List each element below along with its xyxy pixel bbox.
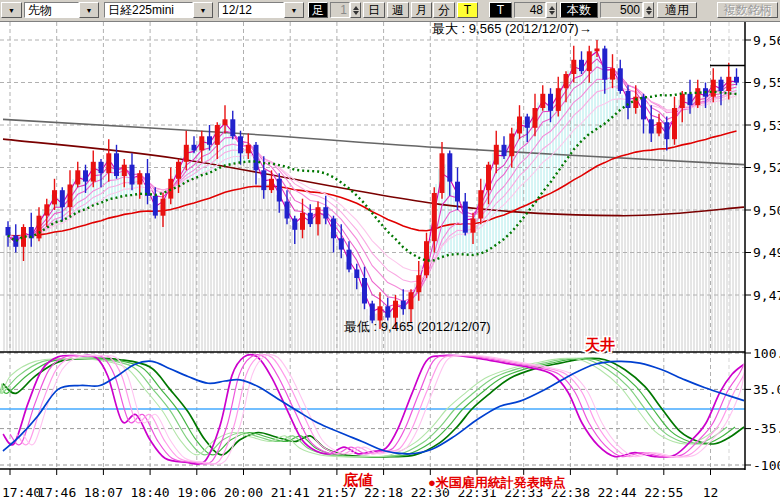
ashi-label: 足 — [308, 2, 328, 18]
time-axis-label: 17:40 — [2, 485, 41, 500]
oscillator-panel — [0, 355, 745, 464]
slow-ma-layer — [3, 119, 744, 236]
time-axis-label: 17:46 — [37, 485, 76, 500]
time-axis-label: 12 — [703, 485, 719, 500]
t-parameter-label: T — [489, 2, 512, 18]
chart-app-window: { "toolbar": { "window_dropdown_icon": "… — [0, 0, 780, 500]
apply-button[interactable]: 適用 — [657, 2, 697, 18]
period-weekly-button[interactable]: 週 — [387, 2, 409, 18]
price-tick-label: 9,505 — [753, 203, 780, 218]
time-axis-label: 18:07 — [84, 485, 123, 500]
period-daily-button[interactable]: 日 — [363, 2, 385, 18]
window-list-dropdown-button[interactable]: ▼ — [1, 2, 22, 18]
interval-spinner[interactable] — [350, 2, 361, 18]
time-axis-label: 20:00 — [224, 485, 263, 500]
interval-value-field[interactable]: 1 — [330, 2, 350, 18]
time-axis-label: 19:06 — [177, 485, 216, 500]
time-axis-label: 21:41 — [271, 485, 310, 500]
t-value-field[interactable]: 48 — [514, 2, 546, 18]
max-price-annotation: 最大 : 9,565 (2012/12/07)→ — [432, 21, 592, 36]
bar-count-label: 本数 — [560, 2, 598, 18]
time-axis-label: 22:44 — [598, 485, 637, 500]
spin-up-icon — [353, 6, 359, 10]
chevron-down-icon: ▼ — [86, 7, 93, 14]
time-axis-label: 18:40 — [131, 485, 170, 500]
price-tick-label: 9,520 — [753, 160, 780, 175]
toolbar: ▼ 先物 ▼ 日経225mini ▼ 12/12 ▼ 足 1 日 週 月 分 T… — [0, 0, 780, 22]
bottom-annotation: 底値 — [342, 471, 373, 488]
market-select-dropdown-button[interactable]: ▼ — [79, 2, 99, 18]
period-minute-button[interactable]: 分 — [433, 2, 455, 18]
green-dotted-ma — [8, 92, 737, 261]
candlesticks — [6, 40, 740, 329]
period-monthly-button[interactable]: 月 — [411, 2, 432, 18]
osc-tick-label: -35.00 — [753, 421, 780, 436]
time-axis-label: 22:55 — [644, 485, 683, 500]
osc-tick-label: 35.00 — [753, 382, 780, 397]
market-select[interactable]: 先物 — [24, 2, 79, 18]
tick-mode-button[interactable]: T — [457, 2, 478, 18]
chevron-down-icon: ▼ — [291, 7, 298, 14]
price-tick-label: 9,490 — [753, 245, 780, 260]
contract-month-select[interactable]: 12/12 — [218, 2, 284, 18]
chevron-down-icon: ▼ — [8, 7, 15, 14]
event-annotation: ●米国雇用統計発表時点 — [428, 475, 566, 490]
spin-down-icon — [646, 11, 652, 15]
bar-count-spinner[interactable] — [643, 2, 654, 18]
ceiling-annotation: 天井 — [584, 336, 615, 353]
price-tick-label: 9,475 — [753, 288, 780, 303]
price-tick-label: 9,565 — [753, 33, 780, 48]
contract-select-dropdown-button[interactable]: ▼ — [284, 2, 304, 18]
chevron-down-icon: ▼ — [200, 7, 207, 14]
price-tick-label: 9,550 — [753, 75, 780, 90]
osc-tick-label: 100.00 — [753, 346, 780, 361]
symbol-select[interactable]: 日経225mini — [104, 2, 193, 18]
spin-down-icon — [549, 11, 555, 15]
multi-symbol-button: 複数銘柄 — [717, 2, 778, 18]
spin-down-icon — [353, 11, 359, 15]
price-tick-label: 9,535 — [753, 118, 780, 133]
price-chart-canvas[interactable]: 9,5659,5509,5359,5209,5059,4909,475100.0… — [0, 0, 780, 500]
bar-count-field[interactable]: 500 — [600, 2, 643, 18]
ema-ribbon — [8, 52, 737, 315]
spin-up-icon — [549, 6, 555, 10]
symbol-select-dropdown-button[interactable]: ▼ — [193, 2, 213, 18]
t-value-spinner[interactable] — [546, 2, 557, 18]
osc-tick-label: -100.00 — [753, 458, 780, 473]
min-price-annotation: 最低 : 9,465 (2012/12/07) — [344, 319, 491, 334]
spin-up-icon — [646, 6, 652, 10]
